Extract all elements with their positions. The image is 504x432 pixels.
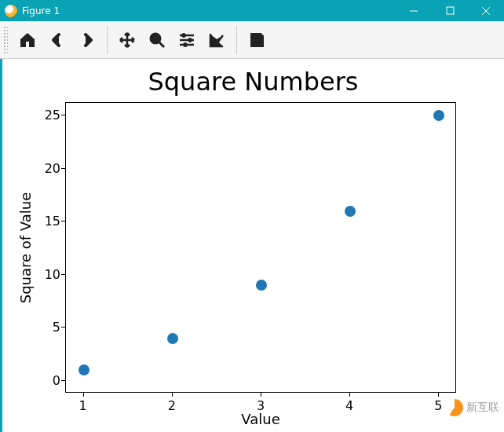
x-axis-label: Value bbox=[65, 411, 456, 427]
toolbar bbox=[0, 21, 504, 59]
window-title: Figure 1 bbox=[22, 5, 60, 16]
x-tick-label: 4 bbox=[345, 398, 353, 413]
x-tick-label: 5 bbox=[434, 398, 442, 413]
y-tick-label: 20 bbox=[37, 160, 60, 175]
x-tick-label: 2 bbox=[168, 398, 176, 413]
y-tick-label: 10 bbox=[37, 266, 60, 281]
watermark-icon bbox=[446, 399, 463, 416]
y-tick-label: 0 bbox=[37, 372, 60, 387]
svg-rect-1 bbox=[447, 7, 454, 14]
subplots-button[interactable] bbox=[172, 24, 202, 56]
forward-button[interactable] bbox=[72, 24, 102, 56]
y-tick-label: 15 bbox=[37, 214, 60, 229]
scatter-point bbox=[345, 206, 356, 217]
svg-line-5 bbox=[159, 42, 164, 47]
watermark: 新互联 bbox=[446, 399, 499, 416]
close-button[interactable] bbox=[468, 0, 504, 21]
save-button[interactable] bbox=[242, 24, 272, 56]
toolbar-separator bbox=[107, 26, 108, 54]
figure-canvas[interactable]: Square Numbers Square of Value Value 123… bbox=[0, 59, 504, 432]
svg-point-11 bbox=[184, 43, 188, 47]
home-button[interactable] bbox=[13, 24, 42, 56]
window-titlebar: Figure 1 bbox=[0, 0, 504, 21]
maximize-button[interactable] bbox=[432, 0, 468, 21]
edit-axis-button[interactable] bbox=[202, 24, 232, 56]
back-button[interactable] bbox=[42, 24, 72, 56]
scatter-point bbox=[167, 333, 178, 344]
svg-point-9 bbox=[182, 34, 186, 38]
app-icon bbox=[5, 5, 17, 17]
minimize-button[interactable] bbox=[396, 0, 432, 21]
y-axis-label: Square of Value bbox=[18, 102, 34, 393]
chart-title: Square Numbers bbox=[2, 67, 504, 97]
svg-rect-13 bbox=[254, 41, 261, 46]
scatter-point bbox=[79, 364, 89, 375]
toolbar-grip-icon bbox=[3, 26, 8, 54]
pan-button[interactable] bbox=[112, 24, 142, 56]
svg-point-4 bbox=[151, 34, 160, 43]
scatter-point bbox=[256, 280, 267, 291]
svg-point-10 bbox=[188, 38, 192, 42]
scatter-point bbox=[433, 110, 444, 121]
x-tick-label: 1 bbox=[79, 398, 87, 413]
zoom-button[interactable] bbox=[142, 24, 172, 56]
watermark-text: 新互联 bbox=[466, 401, 499, 415]
toolbar-separator bbox=[236, 26, 237, 54]
plot-area bbox=[65, 102, 456, 393]
x-tick-label: 3 bbox=[257, 398, 265, 413]
y-tick-label: 25 bbox=[37, 108, 60, 123]
y-tick-label: 5 bbox=[37, 320, 60, 335]
svg-rect-12 bbox=[254, 34, 260, 38]
